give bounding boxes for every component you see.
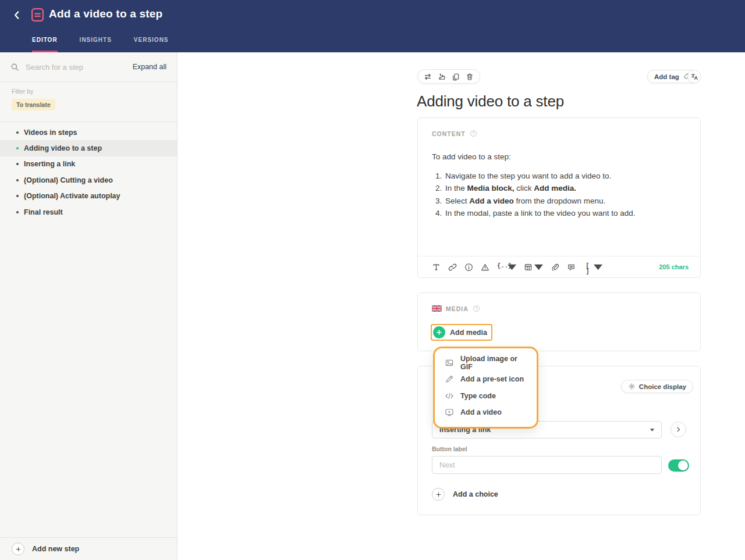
braces-button[interactable]: {..} [497,263,516,272]
step-label: Adding video to a step [24,144,102,152]
media-menu-item-upload-image-or-gif[interactable]: Upload image or GIF [435,355,537,371]
plus-circle-icon [432,488,445,501]
sidebar-step-item[interactable]: (Optional) Activate autoplay [0,188,177,204]
plus-circle-green-icon [433,326,445,338]
filter-chip-to-translate[interactable]: To translate [12,99,55,110]
step-title[interactable]: Adding video to a step [417,93,564,109]
tab-editor[interactable]: EDITOR [32,37,58,52]
link-icon [448,263,457,272]
sidebar-step-item[interactable]: Videos in steps [0,124,177,140]
sidebar-step-item[interactable]: Inserting a link [0,156,177,172]
swap-steps-button[interactable] [424,73,432,81]
go-to-step-button[interactable] [670,422,686,437]
attachment-icon [551,263,559,272]
media-block: MEDIA Add media [417,293,701,351]
help-icon[interactable] [473,305,480,312]
step-label: Final result [24,208,63,216]
content-list-item: In the modal, paste a link to the video … [444,207,686,219]
media-menu-item-add-a-video[interactable]: Add a video [435,404,537,420]
swap-icon [424,73,432,81]
guide-icon [31,8,44,22]
media-menu-item-add-a-pre-set-icon[interactable]: Add a pre-set icon [435,371,537,387]
step-search-row: Expand all [0,52,177,82]
add-media-button[interactable]: Add media [433,326,487,338]
pencil-icon [445,374,454,384]
app-title: Add a video to a step [49,8,162,20]
help-icon[interactable] [470,130,477,137]
search-input[interactable] [24,62,127,72]
expand-all-button[interactable]: Expand all [133,63,166,71]
content-intro: To add video to a step: [432,151,686,163]
step-list: Videos in stepsAdding video to a stepIns… [0,122,177,220]
brackets-button[interactable]: [ ] [583,263,602,272]
add-a-choice-button[interactable]: Add a choice [432,488,498,501]
button-label-caption: Button label [432,445,467,452]
add-media-dropdown-menu: Upload image or GIFAdd a pre-set iconTyp… [433,347,538,429]
choice-display-label: Choice display [639,383,686,390]
sidebar-step-item[interactable]: Final result [0,204,177,220]
link-button[interactable] [448,263,457,272]
delete-step-button[interactable] [466,73,474,81]
plus-icon [435,491,442,498]
video-icon [445,408,454,417]
add-a-choice-label: Add a choice [453,490,498,498]
brackets-icon: [ ] [583,263,592,272]
choice-display-button[interactable]: Choice display [621,380,693,393]
caret-down-icon [650,429,654,431]
header-tabs: EDITORINSIGHTSVERSIONS [32,37,169,52]
braces-icon: {..} [497,263,506,272]
editor-toolbar-icons: {..}[ ] [432,263,602,272]
content-list: Navigate to the step you want to add a v… [432,170,686,220]
add-media-highlight: Add media [431,324,492,341]
filter-by-label: Filter by [12,88,165,95]
step-bullet-icon [16,131,19,134]
note-icon [567,263,576,272]
help-icon [473,305,480,312]
reorder-steps-button[interactable] [438,73,446,81]
menu-item-label: Type code [460,392,496,400]
content-block-label: CONTENT [432,130,466,137]
translate-button[interactable] [687,70,701,83]
chevron-right-icon [675,426,682,433]
tab-versions[interactable]: VERSIONS [134,37,169,52]
button-label-input[interactable] [432,456,662,474]
app-header: Add a video to a step EDITORINSIGHTSVERS… [0,0,745,52]
char-count: 205 chars [659,263,689,270]
sidebar-footer: Add new step [0,537,177,560]
back-button[interactable] [9,8,24,23]
step-bullet-icon [16,163,19,165]
step-label: (Optional) Activate autoplay [24,192,120,200]
help-icon [470,130,477,137]
step-bullet-icon [16,211,19,213]
media-menu-item-type-code[interactable]: Type code [435,388,537,404]
step-bullet-icon [16,147,19,149]
menu-item-label: Add a pre-set icon [460,375,524,383]
filter-section: Filter by To translate [0,82,177,122]
info-button[interactable] [464,263,473,272]
sidebar-step-item[interactable]: (Optional) Cutting a video [0,172,177,188]
content-list-item: Navigate to the step you want to add a v… [444,170,686,182]
sidebar-step-item[interactable]: Adding video to a step [0,140,177,156]
search-icon [10,63,19,72]
add-new-step-button[interactable]: Add new step [0,543,79,555]
translate-icon [690,73,698,81]
reorder-icon [438,73,446,81]
note-button[interactable] [567,263,576,272]
toggle-knob [678,461,688,470]
tab-insights[interactable]: INSIGHTS [80,37,112,52]
duplicate-step-button[interactable] [452,73,460,81]
warning-button[interactable] [481,263,489,272]
content-editor-toolbar: {..}[ ] 205 chars [418,256,700,277]
duplicate-icon [452,73,460,81]
text-format-button[interactable] [432,263,441,272]
choice-toggle[interactable] [668,459,689,472]
app: Add a video to a step EDITORINSIGHTSVERS… [0,0,745,560]
caret-down-icon [508,263,516,272]
table-button[interactable] [524,263,543,272]
content-list-item: Select Add a video from the dropdown men… [444,195,686,207]
caret-down-icon [594,263,602,272]
code-icon [445,391,454,401]
content-editor[interactable]: To add video to a step: Navigate to the … [432,151,686,220]
delete-icon [466,73,474,81]
attachment-button[interactable] [551,263,559,272]
